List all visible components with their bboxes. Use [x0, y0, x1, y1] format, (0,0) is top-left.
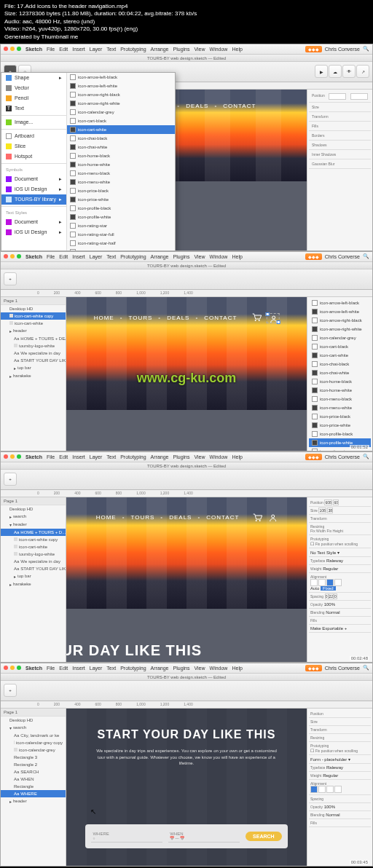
insert-button[interactable]: + [4, 684, 17, 697]
symbol-item[interactable]: icon-arrow-left-white [309, 307, 371, 316]
insert-button[interactable]: + [4, 473, 17, 486]
menu-file[interactable]: File [47, 47, 55, 52]
dd-ts-doc[interactable]: Document▸ [1, 217, 66, 227]
search-icon[interactable]: 🔍 [363, 46, 369, 52]
symbol-item[interactable]: icon-profile-black [67, 204, 175, 213]
dd-hotspot[interactable]: Hotspot [1, 151, 66, 162]
symbol-item[interactable]: icon-calendar-grey [309, 334, 371, 342]
symbol-item[interactable]: icon-arrow-right-black [309, 316, 371, 325]
symbol-item[interactable]: icon-price-white [67, 195, 175, 204]
dd-sym-ios[interactable]: iOS UI Design▸ [1, 184, 66, 194]
profile-icon[interactable] [268, 513, 277, 522]
symbol-item[interactable]: icon-home-white [309, 386, 371, 395]
symbol-item[interactable]: icon-menu-white [67, 178, 175, 186]
close-icon[interactable] [4, 254, 8, 259]
symbol-item[interactable]: icon-arrow-right-black [67, 90, 175, 99]
symbol-item[interactable]: icon-arrow-left-white [67, 82, 175, 90]
symbol-item[interactable]: icon-price-black [67, 186, 175, 195]
layer-item[interactable]: Aa HOME + TOURS + DEALS [1, 335, 66, 342]
pos-x-input[interactable] [329, 93, 346, 100]
symbol-item[interactable]: icon-arrow-left-black [309, 299, 371, 307]
symbol-item[interactable]: icon-home-black [309, 377, 371, 386]
menu-plugins[interactable]: Plugins [173, 47, 190, 52]
minimize-icon[interactable] [10, 47, 15, 51]
search-button[interactable]: SEARCH [246, 832, 282, 841]
layers-panel[interactable]: Page 1 Desktop HD ▾ search Aa City, land… [1, 709, 66, 867]
symbol-library-panel[interactable]: icon-arrow-left-blackicon-arrow-left-whi… [307, 297, 372, 451]
canvas[interactable]: HOME• TOURS• DEALS• CONTACT www.cg-ku.co… [66, 297, 307, 451]
symbol-list[interactable]: icon-arrow-left-blackicon-arrow-left-whi… [67, 73, 175, 251]
menu-text[interactable]: Text [106, 47, 116, 52]
symbol-item[interactable]: icon-price-black [309, 412, 371, 421]
menu-layer[interactable]: Layer [90, 47, 103, 52]
menu-insert[interactable]: Insert [72, 47, 85, 52]
symbol-item[interactable]: icon-cart-white [67, 125, 175, 134]
symbol-item[interactable]: icon-profile-black [309, 430, 371, 438]
symbol-item[interactable]: icon-home-white [67, 160, 175, 169]
menu-edit[interactable]: Edit [59, 47, 68, 52]
cart-icon[interactable] [252, 513, 262, 522]
menu-view[interactable]: View [194, 47, 205, 52]
symbol-item[interactable]: icon-rating-star-half [67, 239, 175, 248]
user-name[interactable]: Chris Converse [325, 47, 360, 52]
dd-vector[interactable]: Vector [1, 83, 66, 93]
align-left-button[interactable] [310, 579, 318, 586]
symbol-item[interactable]: icon-chat-black [67, 134, 175, 143]
canvas[interactable]: HOME• TOURS• DEALS• CONTACT UR DAY LIKE … [66, 497, 307, 663]
symbol-item[interactable]: icon-arrow-right-white [67, 99, 175, 108]
symbol-item[interactable]: icon-cart-white [309, 351, 371, 360]
layers-panel[interactable]: Page 1 Desktop HD icon-cart-white copy i… [1, 297, 66, 451]
symbol-item[interactable]: icon-rating-star [67, 221, 175, 230]
layer-item[interactable]: icon-cart-white [1, 320, 66, 327]
menu-prototyping[interactable]: Prototyping [120, 47, 146, 52]
minimize-icon[interactable] [10, 254, 15, 259]
zoom-icon[interactable] [17, 47, 21, 51]
dd-pencil[interactable]: Pencil [1, 93, 66, 103]
layer-item[interactable]: ▸ header [1, 327, 66, 335]
layer-item[interactable]: toursby-logo-white [1, 342, 66, 350]
layer-item[interactable]: Aa We specialize in day [1, 350, 66, 357]
symbol-item[interactable]: icon-cart-black [67, 117, 175, 125]
layer-item[interactable]: Aa START YOUR DAY LIKE [1, 357, 66, 364]
menu-window[interactable]: Window [210, 47, 228, 52]
preview-button[interactable]: ▶ [315, 65, 328, 78]
profile-icon-selected[interactable] [266, 313, 279, 323]
window-controls[interactable] [4, 47, 21, 51]
symbol-item[interactable]: icon-arrow-left-black [67, 73, 175, 82]
layer-item[interactable]: Desktop HD [1, 305, 66, 312]
pos-y-input[interactable] [350, 93, 368, 100]
dd-text[interactable]: TText [1, 103, 66, 114]
search-icon[interactable]: 🔍 [363, 253, 369, 259]
symbol-item[interactable]: icon-price-white [309, 421, 371, 430]
account-badge[interactable]: ◆◆◆ [305, 46, 322, 52]
nav-contact[interactable]: CONTACT [223, 103, 256, 109]
close-icon[interactable] [4, 47, 8, 51]
insert-button[interactable]: + [4, 272, 17, 285]
dd-slice[interactable]: Slice [1, 141, 66, 151]
symbol-item[interactable]: icon-chat-white [309, 368, 371, 377]
menu-arrange[interactable]: Arrange [151, 47, 169, 52]
insert-dropdown[interactable]: Shape▸ Vector Pencil TText Image... Artb… [1, 72, 176, 251]
dd-sym-doc[interactable]: Document▸ [1, 174, 66, 184]
dd-artboard[interactable]: Artboard [1, 131, 66, 141]
dd-image[interactable]: Image... [1, 117, 66, 127]
canvas[interactable]: START YOUR DAY LIKE THIS We specialize i… [66, 709, 307, 867]
align-justify-button[interactable] [334, 579, 342, 586]
symbol-item[interactable]: icon-home-black [67, 151, 175, 160]
align-right-button[interactable] [326, 579, 334, 586]
symbol-item[interactable]: icon-calendar-grey [67, 108, 175, 117]
symbol-item[interactable]: icon-rating-star-full [67, 230, 175, 239]
app-name[interactable]: Sketch [25, 47, 42, 52]
symbol-item[interactable]: icon-arrow-right-white [309, 325, 371, 334]
where-field[interactable]: WHERE○ [91, 830, 162, 843]
zoom-icon[interactable] [17, 254, 21, 259]
symbol-item[interactable]: icon-menu-white [309, 403, 371, 412]
layers-panel[interactable]: Page 1 Desktop HD ▸ search ▾ header Aa H… [1, 497, 66, 663]
when-field[interactable]: WHEN📅 — 📅 [168, 830, 240, 843]
symbol-item[interactable]: icon-menu-black [309, 395, 371, 403]
symbol-item[interactable]: icon-cart-black [309, 342, 371, 351]
dd-ts-ios[interactable]: iOS UI Design▸ [1, 227, 66, 237]
layer-item[interactable]: icon-cart-white copy [1, 312, 66, 320]
symbol-item[interactable]: icon-chat-black [309, 360, 371, 368]
layer-item[interactable]: ▸ harakeke [1, 372, 66, 380]
